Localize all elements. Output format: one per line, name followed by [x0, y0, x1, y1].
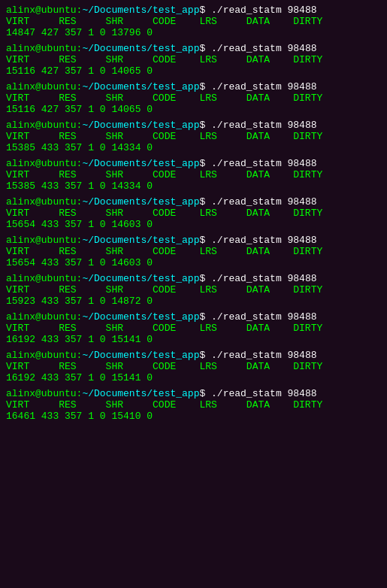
terminal-block: alinx@ubuntu:~/Documents/test_app$ ./rea…	[6, 273, 381, 310]
prompt-path: ~/Documents/test_app	[82, 81, 199, 92]
prompt-path: ~/Documents/test_app	[82, 350, 199, 361]
prompt-user: alinx@ubuntu:	[6, 81, 82, 92]
blank-line	[6, 115, 381, 118]
prompt-cmd: ./read_statm 98488	[205, 5, 316, 16]
terminal-block: alinx@ubuntu:~/Documents/test_app$ ./rea…	[6, 81, 381, 118]
prompt-path: ~/Documents/test_app	[82, 5, 199, 16]
header-line: VIRT RES SHR CODE LRS DATA DIRTY	[6, 323, 381, 334]
header-line: VIRT RES SHR CODE LRS DATA DIRTY	[6, 284, 381, 296]
header-line: VIRT RES SHR CODE LRS DATA DIRTY	[6, 16, 381, 27]
prompt-cmd: ./read_statm 98488	[205, 311, 316, 323]
data-line: 15385 433 357 1 0 14334 0	[6, 142, 381, 153]
data-line: 15116 427 357 1 0 14065 0	[6, 65, 381, 77]
header-line: VIRT RES SHR CODE LRS DATA DIRTY	[6, 131, 381, 142]
prompt-path: ~/Documents/test_app	[82, 235, 199, 246]
header-line: VIRT RES SHR CODE LRS DATA DIRTY	[6, 246, 381, 257]
terminal-block: alinx@ubuntu:~/Documents/test_app$ ./rea…	[6, 235, 381, 271]
header-line: VIRT RES SHR CODE LRS DATA DIRTY	[6, 399, 381, 411]
data-line: 16461 433 357 1 0 15410 0	[6, 411, 381, 422]
terminal-block: alinx@ubuntu:~/Documents/test_app$ ./rea…	[6, 43, 381, 80]
prompt-path: ~/Documents/test_app	[82, 43, 199, 54]
header-line: VIRT RES SHR CODE LRS DATA DIRTY	[6, 54, 381, 65]
header-line: VIRT RES SHR CODE LRS DATA DIRTY	[6, 208, 381, 219]
data-line: 15385 433 357 1 0 14334 0	[6, 180, 381, 192]
header-line: VIRT RES SHR CODE LRS DATA DIRTY	[6, 92, 381, 104]
blank-line	[6, 153, 381, 156]
blank-line	[6, 38, 381, 41]
prompt-line: alinx@ubuntu:~/Documents/test_app$ ./rea…	[6, 5, 381, 16]
prompt-user: alinx@ubuntu:	[6, 388, 82, 399]
data-line: 14847 427 357 1 0 13796 0	[6, 27, 381, 38]
blank-line	[6, 345, 381, 348]
terminal-block: alinx@ubuntu:~/Documents/test_app$ ./rea…	[6, 350, 381, 386]
terminal-block: alinx@ubuntu:~/Documents/test_app$ ./rea…	[6, 311, 381, 348]
prompt-cmd: ./read_statm 98488	[205, 350, 316, 361]
prompt-line: alinx@ubuntu:~/Documents/test_app$ ./rea…	[6, 235, 381, 246]
blank-line	[6, 383, 381, 386]
prompt-line: alinx@ubuntu:~/Documents/test_app$ ./rea…	[6, 311, 381, 323]
blank-line	[6, 77, 381, 80]
prompt-user: alinx@ubuntu:	[6, 235, 82, 246]
prompt-line: alinx@ubuntu:~/Documents/test_app$ ./rea…	[6, 43, 381, 54]
prompt-path: ~/Documents/test_app	[82, 120, 199, 131]
prompt-user: alinx@ubuntu:	[6, 120, 82, 131]
data-line: 16192 433 357 1 0 15141 0	[6, 334, 381, 345]
data-line: 16192 433 357 1 0 15141 0	[6, 372, 381, 383]
prompt-user: alinx@ubuntu:	[6, 196, 82, 208]
blank-line	[6, 268, 381, 271]
prompt-path: ~/Documents/test_app	[82, 273, 199, 284]
prompt-line: alinx@ubuntu:~/Documents/test_app$ ./rea…	[6, 81, 381, 92]
terminal-container: alinx@ubuntu:~/Documents/test_app$ ./rea…	[6, 5, 381, 422]
terminal-block: alinx@ubuntu:~/Documents/test_app$ ./rea…	[6, 120, 381, 156]
prompt-user: alinx@ubuntu:	[6, 158, 82, 169]
prompt-line: alinx@ubuntu:~/Documents/test_app$ ./rea…	[6, 350, 381, 361]
terminal-block: alinx@ubuntu:~/Documents/test_app$ ./rea…	[6, 158, 381, 195]
prompt-cmd: ./read_statm 98488	[205, 273, 316, 284]
prompt-line: alinx@ubuntu:~/Documents/test_app$ ./rea…	[6, 273, 381, 284]
prompt-cmd: ./read_statm 98488	[205, 235, 316, 246]
prompt-cmd: ./read_statm 98488	[205, 43, 316, 54]
data-line: 15923 433 357 1 0 14872 0	[6, 296, 381, 307]
prompt-path: ~/Documents/test_app	[82, 311, 199, 323]
prompt-line: alinx@ubuntu:~/Documents/test_app$ ./rea…	[6, 158, 381, 169]
blank-line	[6, 307, 381, 310]
prompt-line: alinx@ubuntu:~/Documents/test_app$ ./rea…	[6, 388, 381, 399]
prompt-cmd: ./read_statm 98488	[205, 196, 316, 208]
data-line: 15654 433 357 1 0 14603 0	[6, 257, 381, 268]
header-line: VIRT RES SHR CODE LRS DATA DIRTY	[6, 361, 381, 372]
prompt-cmd: ./read_statm 98488	[205, 120, 316, 131]
data-line: 15654 433 357 1 0 14603 0	[6, 219, 381, 230]
prompt-cmd: ./read_statm 98488	[205, 388, 316, 399]
prompt-cmd: ./read_statm 98488	[205, 158, 316, 169]
prompt-path: ~/Documents/test_app	[82, 158, 199, 169]
prompt-line: alinx@ubuntu:~/Documents/test_app$ ./rea…	[6, 196, 381, 208]
prompt-user: alinx@ubuntu:	[6, 273, 82, 284]
prompt-path: ~/Documents/test_app	[82, 388, 199, 399]
prompt-path: ~/Documents/test_app	[82, 196, 199, 208]
prompt-user: alinx@ubuntu:	[6, 311, 82, 323]
terminal-block: alinx@ubuntu:~/Documents/test_app$ ./rea…	[6, 196, 381, 233]
terminal-block: alinx@ubuntu:~/Documents/test_app$ ./rea…	[6, 5, 381, 41]
prompt-user: alinx@ubuntu:	[6, 350, 82, 361]
terminal-block: alinx@ubuntu:~/Documents/test_app$ ./rea…	[6, 388, 381, 422]
header-line: VIRT RES SHR CODE LRS DATA DIRTY	[6, 169, 381, 180]
prompt-cmd: ./read_statm 98488	[205, 81, 316, 92]
blank-line	[6, 192, 381, 195]
data-line: 15116 427 357 1 0 14065 0	[6, 104, 381, 115]
prompt-user: alinx@ubuntu:	[6, 5, 82, 16]
blank-line	[6, 230, 381, 233]
prompt-user: alinx@ubuntu:	[6, 43, 82, 54]
prompt-line: alinx@ubuntu:~/Documents/test_app$ ./rea…	[6, 120, 381, 131]
